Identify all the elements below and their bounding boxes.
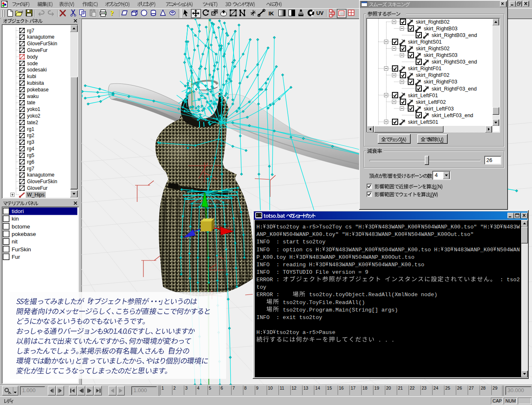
svg-text:pokebase: pokebase [27,87,49,93]
svg-text:rg1: rg1 [27,126,34,132]
svg-text:17: 17 [351,385,356,390]
svg-text:skirt_RightS01: skirt_RightS01 [408,39,442,45]
svg-text:skirt_RightB02: skirt_RightB02 [416,19,450,25]
svg-text:1.000: 1.000 [22,387,36,393]
svg-text:nit: nit [12,238,18,245]
svg-text:2: 2 [173,385,176,390]
svg-text:rg7: rg7 [27,166,34,172]
svg-text:kanagutome: kanagutome [27,172,54,178]
svg-text:27: 27 [469,385,474,390]
svg-text:rg6: rg6 [27,159,34,165]
svg-text:rg2: rg2 [27,133,34,138]
svg-text:23: 23 [421,385,426,390]
svg-text:rg4: rg4 [27,146,34,152]
svg-text:skirt_LeftF01: skirt_LeftF01 [408,93,438,98]
svg-text:skirt_RightF02: skirt_RightF02 [416,72,450,78]
svg-text:skirt_LeftF02: skirt_LeftF02 [416,99,446,105]
svg-text:kubisita: kubisita [27,80,44,86]
svg-text:pokebase: pokebase [12,231,36,237]
svg-text:13: 13 [303,385,308,390]
svg-text:rg5: rg5 [27,152,34,158]
svg-text:30.000: 30.000 [507,387,524,393]
svg-text:26: 26 [457,385,462,390]
svg-text:skirt_RightB03: skirt_RightB03 [424,26,458,32]
svg-text:12: 12 [292,385,297,390]
svg-text:GloveFur: GloveFur [27,47,47,53]
svg-text:28: 28 [481,385,486,390]
svg-text:GloveFurSkin: GloveFurSkin [27,179,57,184]
svg-text:skirt_RightF01: skirt_RightF01 [408,66,442,71]
svg-text:24: 24 [433,385,438,390]
svg-text:skirt_RightS02: skirt_RightS02 [416,46,450,52]
svg-text:skirt_LeftF03: skirt_LeftF03 [424,106,454,112]
svg-text:tate2: tate2 [27,120,38,125]
svg-text:16: 16 [339,385,344,390]
svg-text:3: 3 [185,385,187,390]
svg-text:GloveFur: GloveFur [27,185,47,191]
svg-text:skirt_RightS03: skirt_RightS03 [424,52,458,58]
svg-text:W_Hips: W_Hips [27,192,44,198]
svg-text:FurSkin: FurSkin [12,246,31,253]
svg-text:skirt_RightS03_end: skirt_RightS03_end [432,59,477,65]
svg-text:20: 20 [386,385,391,390]
svg-text:sode: sode [27,61,38,66]
svg-text:body: body [27,54,38,60]
svg-text:19: 19 [374,385,379,390]
svg-text:29: 29 [493,385,498,390]
svg-text:15: 15 [327,385,332,390]
svg-text:11: 11 [280,385,284,390]
svg-text:9: 9 [256,385,259,390]
svg-text:14: 14 [315,385,320,390]
svg-text:tate: tate [27,100,35,106]
svg-text:skirt_LeftS01: skirt_LeftS01 [408,119,438,125]
svg-text:IK: IK [268,10,274,17]
svg-text:rg3: rg3 [27,139,34,145]
svg-text:25: 25 [445,385,450,390]
svg-text:skirt_RightF03: skirt_RightF03 [424,79,458,85]
svg-text:?: ? [110,9,114,17]
svg-text:sodesaki: sodesaki [27,67,47,73]
svg-text:1: 1 [162,385,164,390]
svg-text:skirt_LeftF03_end: skirt_LeftF03_end [432,113,473,118]
svg-text:Fur: Fur [12,254,20,260]
svg-text:GloveFurSkin: GloveFurSkin [27,41,57,47]
svg-text:c:\: c:\ [256,214,262,217]
svg-text:18: 18 [362,385,367,390]
svg-text:21: 21 [398,385,403,390]
svg-text:10: 10 [268,385,273,390]
svg-text:bctome: bctome [12,223,30,230]
svg-text:22: 22 [410,385,415,390]
svg-text:skirt_RightF03_end: skirt_RightF03_end [432,86,477,92]
svg-text:kin: kin [12,216,19,222]
svg-text:8: 8 [244,385,247,390]
svg-text:7: 7 [232,385,235,390]
svg-text:kubi: kubi [27,74,36,79]
svg-text:kanagutome: kanagutome [27,34,54,40]
svg-text:6: 6 [221,385,223,390]
svg-text:1.000: 1.000 [133,387,147,393]
svg-text:4: 4 [197,385,200,390]
svg-text:waku: waku [27,93,39,99]
svg-text:yoko1: yoko1 [27,106,40,112]
svg-text:tidori: tidori [12,208,24,214]
svg-text:5: 5 [209,385,211,390]
svg-text:yoko2: yoko2 [27,113,40,119]
svg-text:UV: UV [316,10,324,16]
svg-text:rg7: rg7 [27,28,34,34]
svg-text:skirt_RightB03_end: skirt_RightB03_end [432,32,477,38]
